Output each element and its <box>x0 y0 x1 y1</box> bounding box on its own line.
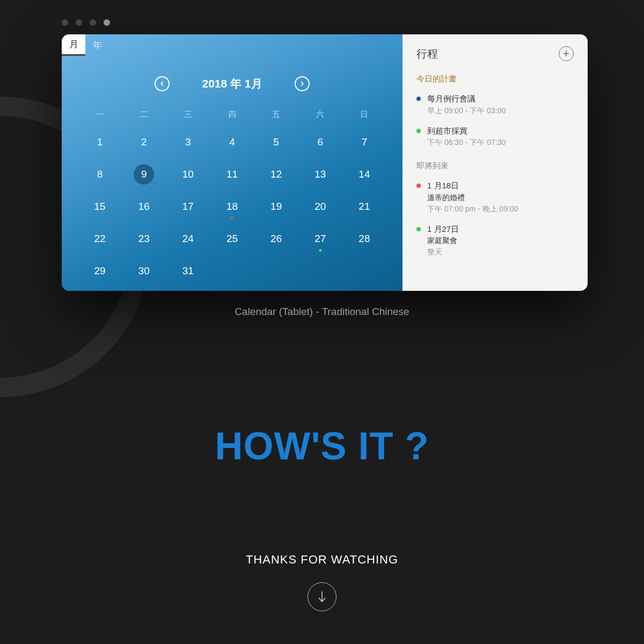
event-time: 下午 06:30 - 下午 07:30 <box>427 137 506 148</box>
calendar-card: 月 年 2018 年 1月 一二三四五六日 123456789101112131… <box>62 34 588 291</box>
event-body: 1 月27日家庭聚會整天 <box>427 223 459 258</box>
event-body: 每月例行會議早上 09:00 - 下午 03:00 <box>427 93 506 116</box>
caption-text: Calendar (Tablet) - Traditional Chinese <box>0 306 644 318</box>
event-title: 到超市採買 <box>427 125 506 137</box>
calendar-day[interactable]: 30 <box>122 261 166 281</box>
arrow-down-icon <box>317 591 327 603</box>
calendar-day[interactable]: 4 <box>210 133 254 152</box>
calendar-week: 22232425262728 <box>78 229 386 248</box>
event-marker-icon <box>319 249 321 252</box>
event-date: 1 月27日 <box>427 223 459 236</box>
calendar-day[interactable]: 11 <box>210 165 254 184</box>
upcoming-heading: 即將到來 <box>416 161 574 171</box>
calendar-day[interactable]: 14 <box>342 165 386 184</box>
event-dot-icon <box>416 129 421 133</box>
calendar-day[interactable]: 7 <box>342 133 386 152</box>
calendar-grid: 1234567891011121314151617181920212223242… <box>78 133 386 281</box>
view-tabs: 月 年 <box>62 34 386 56</box>
calendar-day[interactable]: 3 <box>166 133 210 152</box>
calendar-day[interactable]: 2 <box>122 133 166 152</box>
tab-month[interactable]: 月 <box>62 34 85 56</box>
calendar-day[interactable]: 5 <box>254 133 298 152</box>
calendar-week: 891011121314 <box>78 165 386 184</box>
weekday-header: 一二三四五六日 <box>78 109 386 120</box>
calendar-day[interactable]: 29 <box>78 261 122 281</box>
month-navigation: 2018 年 1月 <box>78 76 386 91</box>
event-title: 溫蒂的婚禮 <box>427 192 518 203</box>
calendar-day[interactable]: 15 <box>78 197 122 216</box>
calendar-day[interactable]: 6 <box>298 133 342 152</box>
tab-year[interactable]: 年 <box>85 34 109 56</box>
calendar-week: 1234567 <box>78 133 386 152</box>
calendar-day[interactable]: 12 <box>254 165 298 184</box>
schedule-sidebar: 行程 + 今日的計畫 每月例行會議早上 09:00 - 下午 03:00到超市採… <box>402 34 588 291</box>
event-item[interactable]: 1 月27日家庭聚會整天 <box>416 223 574 258</box>
calendar-day[interactable]: 27 <box>298 229 342 248</box>
calendar-day <box>210 261 254 281</box>
calendar-day[interactable]: 20 <box>298 197 342 216</box>
next-month-button[interactable] <box>295 76 310 91</box>
prev-month-button[interactable] <box>155 76 170 91</box>
calendar-week: 15161718192021 <box>78 197 386 216</box>
weekday-label: 三 <box>166 109 210 120</box>
calendar-day[interactable]: 1 <box>78 133 122 152</box>
calendar-day[interactable]: 31 <box>166 261 210 281</box>
event-time: 整天 <box>427 246 459 258</box>
weekday-label: 二 <box>122 109 166 120</box>
event-body: 到超市採買下午 06:30 - 下午 07:30 <box>427 125 506 149</box>
event-title: 家庭聚會 <box>427 235 459 246</box>
calendar-week: 293031 <box>78 261 386 281</box>
event-marker-icon <box>231 217 233 219</box>
calendar-day[interactable]: 26 <box>254 229 298 248</box>
headline-text: HOW'S IT ? <box>0 424 644 468</box>
add-event-button[interactable]: + <box>559 46 574 61</box>
chevron-left-icon <box>159 81 165 86</box>
weekday-label: 五 <box>254 109 298 120</box>
calendar-day[interactable]: 17 <box>166 197 210 216</box>
event-dot-icon <box>416 184 421 188</box>
calendar-day[interactable]: 25 <box>210 229 254 248</box>
calendar-day[interactable]: 28 <box>342 229 386 248</box>
scroll-down-button[interactable] <box>308 582 336 611</box>
calendar-day[interactable]: 24 <box>166 229 210 248</box>
calendar-day[interactable]: 18 <box>210 197 254 216</box>
pagination-dots <box>62 19 110 26</box>
weekday-label: 日 <box>342 109 386 120</box>
weekday-label: 六 <box>298 109 342 120</box>
calendar-day[interactable]: 23 <box>122 229 166 248</box>
weekday-label: 四 <box>210 109 254 120</box>
calendar-panel: 月 年 2018 年 1月 一二三四五六日 123456789101112131… <box>62 34 402 291</box>
calendar-day <box>298 261 342 281</box>
plus-icon: + <box>563 48 570 60</box>
event-time: 下午 07:00 pm - 晚上 09:00 <box>427 203 518 215</box>
event-item[interactable]: 到超市採買下午 06:30 - 下午 07:30 <box>416 125 574 149</box>
calendar-day[interactable]: 9 <box>122 165 166 184</box>
event-body: 1 月18日溫蒂的婚禮下午 07:00 pm - 晚上 09:00 <box>427 180 518 215</box>
calendar-day[interactable]: 19 <box>254 197 298 216</box>
event-item[interactable]: 每月例行會議早上 09:00 - 下午 03:00 <box>416 93 574 116</box>
today-heading: 今日的計畫 <box>416 74 574 84</box>
event-dot-icon <box>416 227 421 231</box>
calendar-day[interactable]: 22 <box>78 229 122 248</box>
calendar-day[interactable]: 8 <box>78 165 122 184</box>
calendar-day <box>342 261 386 281</box>
sidebar-title: 行程 <box>416 47 438 61</box>
event-title: 每月例行會議 <box>427 93 506 105</box>
event-date: 1 月18日 <box>427 180 518 192</box>
sidebar-header: 行程 + <box>416 46 574 61</box>
event-item[interactable]: 1 月18日溫蒂的婚禮下午 07:00 pm - 晚上 09:00 <box>416 180 574 215</box>
calendar-day[interactable]: 16 <box>122 197 166 216</box>
event-time: 早上 09:00 - 下午 03:00 <box>427 105 506 116</box>
calendar-day <box>254 261 298 281</box>
calendar-day[interactable]: 10 <box>166 165 210 184</box>
chevron-right-icon <box>299 81 305 86</box>
calendar-day[interactable]: 21 <box>342 197 386 216</box>
weekday-label: 一 <box>78 109 122 120</box>
thanks-text: THANKS FOR WATCHING <box>0 553 644 567</box>
event-dot-icon <box>416 97 421 101</box>
calendar-day[interactable]: 13 <box>298 165 342 184</box>
month-title: 2018 年 1月 <box>202 76 262 91</box>
